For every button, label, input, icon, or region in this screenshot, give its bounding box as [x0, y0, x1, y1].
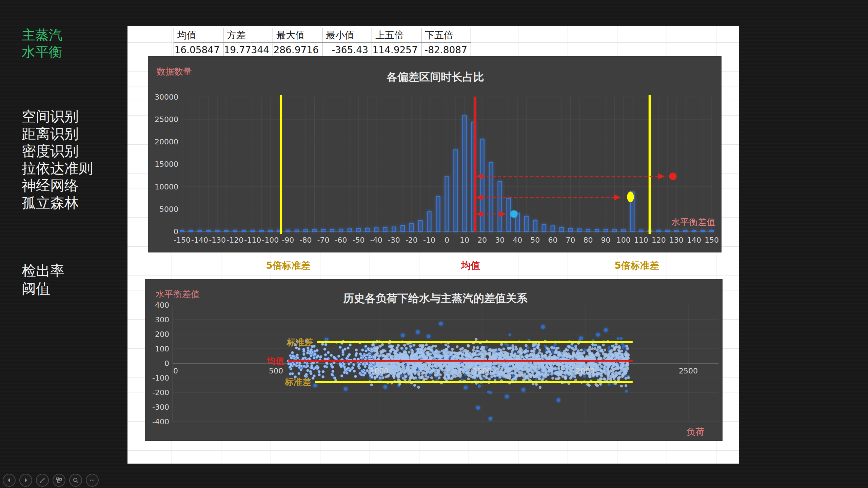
svg-text:负荷: 负荷 [687, 427, 704, 437]
svg-text:30: 30 [495, 236, 505, 244]
svg-text:500: 500 [269, 367, 283, 375]
svg-text:10: 10 [460, 236, 469, 244]
svg-text:60: 60 [548, 236, 557, 244]
svg-text:-60: -60 [335, 236, 347, 244]
stats-value-min: -365.43 [322, 43, 372, 57]
more-options-button[interactable] [86, 474, 99, 487]
stats-value-max: 286.9716 [273, 43, 322, 57]
scatter-chart: 标准差均值标准差-400-300-200-1000100200300400050… [145, 279, 723, 441]
topic-line-2: 水平衡 [22, 43, 62, 60]
svg-text:90: 90 [601, 236, 611, 244]
label-5sigma-left: 5倍标准差 [237, 258, 339, 273]
svg-text:1000: 1000 [370, 367, 389, 375]
stats-header-lower5: 下五倍 [421, 28, 471, 43]
next-slide-button[interactable] [19, 474, 32, 487]
method-item: 密度识别 [22, 142, 93, 160]
svg-text:10000: 10000 [155, 183, 178, 191]
slide-topic-title: 主蒸汽 水平衡 [22, 26, 62, 60]
label-mean: 均值 [437, 258, 505, 273]
magnifier-icon [72, 477, 79, 484]
svg-text:130: 130 [669, 236, 684, 244]
svg-text:200: 200 [155, 330, 169, 339]
svg-text:2500: 2500 [679, 367, 698, 375]
method-item: 神经网络 [22, 177, 93, 194]
histogram-plot: -150-140-130-120-110-100-90-80-70-60-50-… [149, 57, 721, 252]
method-item: 距离识别 [22, 125, 93, 142]
svg-text:1500: 1500 [473, 367, 492, 375]
stats-value-variance: 19.77344 [223, 43, 273, 57]
svg-text:80: 80 [584, 236, 593, 244]
svg-text:-40: -40 [370, 236, 382, 244]
svg-text:20000: 20000 [155, 138, 178, 146]
svg-text:-80: -80 [300, 236, 312, 244]
svg-text:40: 40 [513, 236, 522, 244]
svg-text:-10: -10 [423, 236, 435, 244]
svg-text:110: 110 [634, 236, 648, 244]
svg-text:历史各负荷下给水与主蒸汽的差值关系: 历史各负荷下给水与主蒸汽的差值关系 [343, 292, 528, 305]
next-icon [22, 477, 29, 484]
svg-text:-50: -50 [353, 236, 365, 244]
svg-text:25000: 25000 [155, 115, 178, 124]
method-item: 拉依达准则 [22, 160, 93, 177]
svg-text:-150: -150 [174, 236, 191, 244]
stats-header-min: 最小值 [322, 28, 372, 43]
label-5sigma-right: 5倍标准差 [586, 258, 688, 273]
scatter-plot: 标准差均值标准差-400-300-200-1000100200300400050… [145, 280, 722, 440]
all-slides-icon [56, 477, 62, 484]
svg-text:-120: -120 [226, 236, 243, 244]
svg-text:-90: -90 [282, 236, 294, 244]
metric-list: 检出率 阈值 [22, 262, 64, 298]
svg-text:0: 0 [445, 236, 449, 244]
histogram-chart: -150-140-130-120-110-100-90-80-70-60-50-… [148, 56, 722, 252]
svg-text:-140: -140 [191, 236, 208, 244]
svg-text:100: 100 [616, 236, 631, 244]
svg-text:-110: -110 [244, 236, 261, 244]
svg-text:2000: 2000 [576, 367, 595, 375]
svg-text:-20: -20 [406, 236, 418, 244]
stats-header-mean: 均值 [174, 28, 223, 43]
stats-value-lower5: -82.8087 [421, 43, 471, 57]
svg-text:5000: 5000 [159, 205, 178, 214]
svg-text:-100: -100 [152, 374, 169, 382]
svg-text:水平衡差值: 水平衡差值 [156, 289, 200, 299]
stats-table: 均值 方差 最大值 最小值 上五倍 下五倍 16.05847 19.77344 … [174, 28, 471, 57]
svg-text:水平衡差值: 水平衡差值 [671, 217, 715, 227]
method-item: 孤立森林 [22, 194, 93, 211]
stats-header-max: 最大值 [273, 28, 322, 43]
svg-text:50: 50 [530, 236, 540, 244]
svg-text:20: 20 [477, 236, 487, 244]
ellipsis-icon [89, 477, 96, 484]
svg-text:-70: -70 [317, 236, 330, 244]
stats-header-variance: 方差 [223, 28, 273, 43]
svg-text:15000: 15000 [155, 160, 178, 168]
svg-text:150: 150 [705, 236, 719, 244]
pen-icon [39, 477, 46, 484]
method-item: 空间识别 [22, 108, 93, 125]
svg-text:数据数量: 数据数量 [157, 66, 192, 77]
see-all-slides-button[interactable] [53, 474, 65, 487]
svg-text:140: 140 [687, 236, 701, 244]
pen-tool-button[interactable] [36, 474, 49, 487]
svg-text:-200: -200 [152, 388, 169, 397]
svg-text:标准差: 标准差 [287, 337, 313, 347]
svg-text:120: 120 [652, 236, 666, 244]
svg-text:30000: 30000 [155, 93, 178, 101]
previous-slide-button[interactable] [3, 474, 16, 487]
svg-text:-130: -130 [209, 236, 226, 244]
svg-text:70: 70 [566, 236, 575, 244]
metric-item: 检出率 [22, 262, 64, 280]
stats-header-upper5: 上五倍 [372, 28, 421, 43]
svg-text:均值: 均值 [266, 356, 284, 366]
svg-text:-30: -30 [388, 236, 400, 244]
svg-text:100: 100 [155, 345, 169, 353]
svg-text:0: 0 [173, 367, 178, 375]
method-list: 空间识别 距离识别 密度识别 拉依达准则 神经网络 孤立森林 [22, 108, 93, 211]
stats-value-upper5: 114.9257 [372, 43, 421, 57]
zoom-slide-button[interactable] [69, 474, 82, 487]
svg-text:0: 0 [164, 359, 169, 368]
svg-text:300: 300 [155, 316, 169, 324]
svg-text:400: 400 [155, 301, 169, 309]
svg-text:-400: -400 [152, 418, 169, 426]
previous-icon [6, 477, 13, 484]
stats-value-mean: 16.05847 [174, 43, 223, 57]
